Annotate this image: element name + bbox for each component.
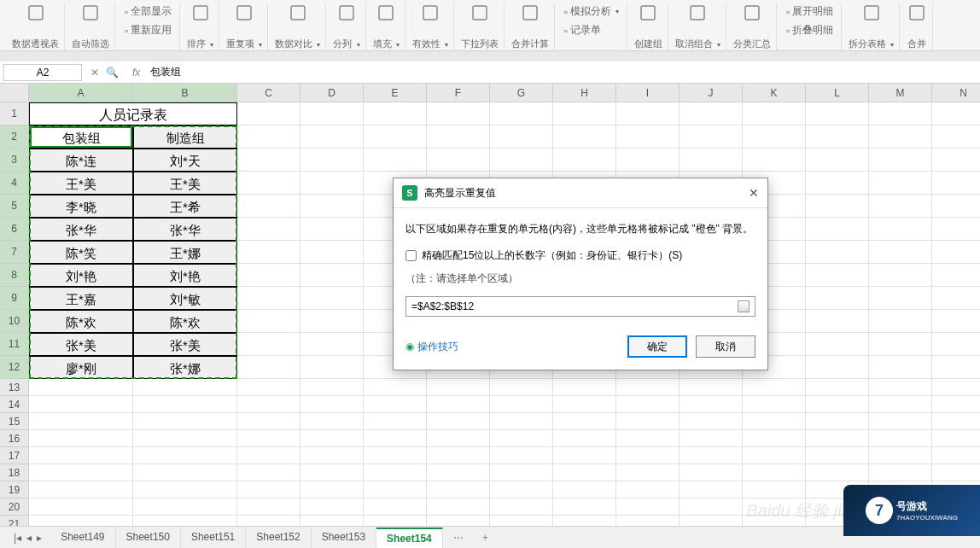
- cell-D14[interactable]: [300, 396, 364, 413]
- cell-A8[interactable]: 刘*艳: [29, 264, 133, 287]
- cell-A1[interactable]: 人员记录表: [29, 102, 237, 125]
- cell-D8[interactable]: [300, 264, 364, 287]
- cell-N16[interactable]: [932, 430, 980, 447]
- cell-J14[interactable]: [680, 396, 743, 413]
- col-header-E[interactable]: E: [364, 84, 427, 102]
- cell-N7[interactable]: [932, 241, 980, 264]
- cell-B14[interactable]: [133, 396, 237, 413]
- exact-match-checkbox[interactable]: 精确匹配15位以上的长数字（例如：身份证、银行卡）(S): [405, 248, 755, 263]
- col-header-K[interactable]: K: [743, 84, 806, 102]
- ribbon-排序[interactable]: 排序 ▾: [182, 3, 219, 50]
- cell-H16[interactable]: [553, 430, 616, 447]
- cell-H3[interactable]: [553, 149, 616, 172]
- cell-M6[interactable]: [869, 218, 932, 241]
- cell-I17[interactable]: [616, 447, 680, 464]
- cell-C7[interactable]: [237, 241, 300, 264]
- ribbon-重复项[interactable]: 重复项 ▾: [221, 3, 268, 50]
- cell-A9[interactable]: 王*嘉: [29, 287, 133, 310]
- cell-I13[interactable]: [616, 379, 680, 396]
- cell-A18[interactable]: [29, 464, 133, 481]
- cell-A20[interactable]: [29, 498, 133, 516]
- cell-F17[interactable]: [427, 447, 490, 464]
- cell-F14[interactable]: [427, 396, 490, 413]
- cell-D17[interactable]: [300, 447, 364, 464]
- ribbon-数据透视表[interactable]: 数据透视表: [7, 3, 65, 50]
- row-header-19[interactable]: 19: [0, 481, 29, 498]
- cell-I20[interactable]: [616, 498, 680, 516]
- cell-M2[interactable]: [869, 125, 932, 149]
- cell-N17[interactable]: [932, 447, 980, 464]
- row-header-8[interactable]: 8: [0, 264, 29, 287]
- cell-J19[interactable]: [680, 481, 743, 498]
- cell-I14[interactable]: [616, 396, 680, 413]
- cell-D1[interactable]: [300, 102, 364, 125]
- tips-link[interactable]: ◉ 操作技巧: [405, 340, 458, 354]
- cell-K2[interactable]: [743, 125, 806, 149]
- cell-F16[interactable]: [427, 430, 490, 447]
- active-cell[interactable]: 包装组: [30, 126, 132, 148]
- cell-J18[interactable]: [680, 464, 743, 481]
- row-header-15[interactable]: 15: [0, 413, 29, 430]
- cell-G1[interactable]: [490, 102, 553, 125]
- cell-F13[interactable]: [427, 379, 490, 396]
- cell-N12[interactable]: [932, 356, 980, 379]
- cell-K20[interactable]: [743, 498, 806, 516]
- row-header-13[interactable]: 13: [0, 379, 29, 396]
- row-header-1[interactable]: 1: [0, 102, 29, 125]
- cell-I18[interactable]: [616, 464, 680, 481]
- cell-C13[interactable]: [237, 379, 300, 396]
- cell-M8[interactable]: [869, 264, 932, 287]
- cell-D19[interactable]: [300, 481, 364, 498]
- cell-F1[interactable]: [427, 102, 490, 125]
- cell-B8[interactable]: 刘*艳: [133, 264, 237, 287]
- cell-I1[interactable]: [616, 102, 680, 125]
- cell-C10[interactable]: [237, 310, 300, 333]
- ribbon-合并计算[interactable]: 合并计算: [506, 3, 555, 50]
- cell-C14[interactable]: [237, 396, 300, 413]
- cell-C8[interactable]: [237, 264, 300, 287]
- cell-D6[interactable]: [300, 218, 364, 241]
- row-header-16[interactable]: 16: [0, 430, 29, 447]
- cell-M17[interactable]: [869, 447, 932, 464]
- cell-J16[interactable]: [680, 430, 743, 447]
- cell-B3[interactable]: 刘*天: [133, 149, 237, 172]
- cell-C15[interactable]: [237, 413, 300, 430]
- cell-E17[interactable]: [364, 447, 427, 464]
- cell-L13[interactable]: [806, 379, 869, 396]
- cell-J1[interactable]: [680, 102, 743, 125]
- cell-H19[interactable]: [553, 481, 616, 498]
- cell-C9[interactable]: [237, 287, 300, 310]
- tab-menu-icon[interactable]: ⋯: [445, 532, 472, 544]
- cell-M7[interactable]: [869, 241, 932, 264]
- cell-N1[interactable]: [932, 102, 980, 125]
- col-header-L[interactable]: L: [806, 84, 869, 102]
- cell-I16[interactable]: [616, 430, 680, 447]
- ribbon-自动筛选[interactable]: 自动筛选: [67, 3, 115, 50]
- search-icon[interactable]: 🔍: [106, 67, 119, 79]
- cell-L18[interactable]: [806, 464, 869, 481]
- cell-K19[interactable]: [743, 481, 806, 498]
- cell-D10[interactable]: [300, 310, 364, 333]
- cell-L17[interactable]: [806, 447, 869, 464]
- cell-L9[interactable]: [806, 287, 869, 310]
- ribbon-合并[interactable]: 合并: [901, 3, 933, 50]
- cell-F3[interactable]: [427, 149, 490, 172]
- cell-D5[interactable]: [300, 195, 364, 218]
- fx-label[interactable]: fx: [127, 67, 145, 79]
- row-header-17[interactable]: 17: [0, 447, 29, 464]
- sheet-tab-Sheet150[interactable]: Sheet150: [116, 528, 181, 548]
- cell-D15[interactable]: [300, 413, 364, 430]
- cell-D7[interactable]: [300, 241, 364, 264]
- formula-input[interactable]: [145, 67, 980, 79]
- cell-I3[interactable]: [616, 149, 680, 172]
- cell-E1[interactable]: [364, 102, 427, 125]
- cell-L20[interactable]: [806, 498, 869, 516]
- cell-L1[interactable]: [806, 102, 869, 125]
- ribbon-item-重新应用[interactable]: ▫重新应用: [122, 21, 174, 39]
- cancel-button[interactable]: 取消: [696, 335, 755, 358]
- cell-G20[interactable]: [490, 498, 553, 516]
- cell-C20[interactable]: [237, 498, 300, 516]
- ok-button[interactable]: 确定: [627, 335, 687, 358]
- cell-A13[interactable]: [29, 379, 133, 396]
- cell-B13[interactable]: [133, 379, 237, 396]
